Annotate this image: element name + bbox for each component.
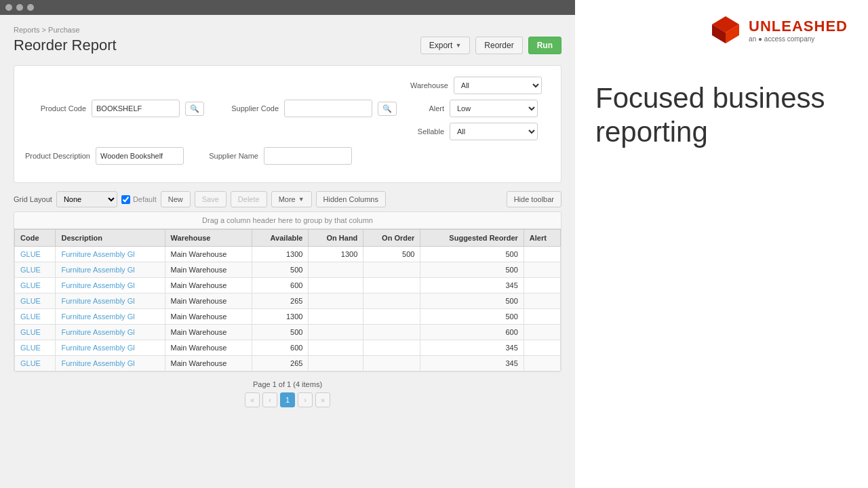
pagination-controls: « ‹ 1 › » <box>22 392 553 407</box>
column-header-description[interactable]: Description <box>56 230 165 247</box>
cell-description[interactable]: Furniture Assembly Gl <box>56 278 165 293</box>
cell-description[interactable]: Furniture Assembly Gl <box>56 293 165 309</box>
column-header-alert[interactable]: Alert <box>524 230 560 247</box>
cell-code[interactable]: GLUE <box>15 309 56 325</box>
product-desc-group: Product Description <box>25 147 184 165</box>
cell-available: 500 <box>252 325 309 340</box>
brand-text: UNLEASHED an ● access company <box>749 18 848 43</box>
marketing-text: Focused business reporting <box>595 81 825 150</box>
cell-code[interactable]: GLUE <box>15 356 56 371</box>
cell-available: 1300 <box>252 309 309 325</box>
table-row: GLUE Furniture Assembly Gl Main Warehous… <box>15 325 561 340</box>
delete-button[interactable]: Delete <box>231 191 267 207</box>
table-row: GLUE Furniture Assembly Gl Main Warehous… <box>15 293 561 309</box>
cell-on-order <box>363 340 420 356</box>
supplier-name-group: Supplier Name <box>197 147 352 165</box>
product-code-group: Product Code 🔍 <box>25 100 204 117</box>
supplier-code-search-button[interactable]: 🔍 <box>378 102 397 116</box>
table-header-row: Code Description Warehouse Available On … <box>15 230 561 247</box>
cell-on-hand <box>309 325 363 340</box>
export-button[interactable]: Export ▼ <box>420 37 471 54</box>
brand-name: UNLEASHED <box>749 18 848 35</box>
alert-select[interactable]: Low Medium High <box>450 100 538 117</box>
hidden-columns-button[interactable]: Hidden Columns <box>316 191 386 207</box>
supplier-code-input[interactable] <box>284 100 372 117</box>
table-row: GLUE Furniture Assembly Gl Main Warehous… <box>15 278 561 293</box>
column-header-warehouse[interactable]: Warehouse <box>165 230 252 247</box>
cell-description[interactable]: Furniture Assembly Gl <box>56 262 165 278</box>
cell-code[interactable]: GLUE <box>15 325 56 340</box>
right-panel: UNLEASHED an ● access company Focused bu… <box>575 0 868 488</box>
page-title: Reorder Report <box>14 37 117 54</box>
sellable-select[interactable]: All Yes No <box>450 123 538 140</box>
window-dot-3 <box>27 4 34 11</box>
page-prev-button[interactable]: ‹ <box>262 392 277 407</box>
new-button[interactable]: New <box>161 191 191 207</box>
cell-warehouse: Main Warehouse <box>165 356 252 371</box>
product-code-label: Product Code <box>25 104 86 113</box>
cell-suggested-reorder: 500 <box>420 262 524 278</box>
cell-available: 265 <box>252 293 309 309</box>
more-button[interactable]: More ▼ <box>271 191 312 207</box>
grid-layout-label: Grid Layout <box>14 195 52 203</box>
cell-suggested-reorder: 600 <box>420 325 524 340</box>
column-header-code[interactable]: Code <box>15 230 56 247</box>
cell-alert <box>524 325 560 340</box>
cell-warehouse: Main Warehouse <box>165 278 252 293</box>
cell-available: 600 <box>252 340 309 356</box>
cell-code[interactable]: GLUE <box>15 278 56 293</box>
supplier-name-label: Supplier Name <box>197 152 258 160</box>
cell-suggested-reorder: 500 <box>420 247 524 262</box>
page-next-button[interactable]: › <box>298 392 313 407</box>
page-1-button[interactable]: 1 <box>280 392 295 407</box>
column-header-on-order[interactable]: On Order <box>363 230 420 247</box>
cell-available: 265 <box>252 356 309 371</box>
cell-available: 500 <box>252 262 309 278</box>
product-code-search-button[interactable]: 🔍 <box>185 102 204 116</box>
cell-suggested-reorder: 345 <box>420 278 524 293</box>
brand-logo: UNLEASHED an ● access company <box>709 14 848 46</box>
supplier-code-group: Supplier Code 🔍 <box>218 100 397 117</box>
cell-code[interactable]: GLUE <box>15 262 56 278</box>
run-button[interactable]: Run <box>528 37 561 54</box>
supplier-code-label: Supplier Code <box>218 104 279 113</box>
cell-code[interactable]: GLUE <box>15 293 56 309</box>
reorder-button[interactable]: Reorder <box>475 37 522 54</box>
cell-description[interactable]: Furniture Assembly Gl <box>56 340 165 356</box>
supplier-name-input[interactable] <box>264 147 352 165</box>
product-desc-input[interactable] <box>96 147 184 165</box>
cell-warehouse: Main Warehouse <box>165 262 252 278</box>
cell-on-order <box>363 278 420 293</box>
brand-tagline: an ● access company <box>749 35 848 43</box>
cell-code[interactable]: GLUE <box>15 247 56 262</box>
cell-warehouse: Main Warehouse <box>165 325 252 340</box>
cell-description[interactable]: Furniture Assembly Gl <box>56 247 165 262</box>
cell-description[interactable]: Furniture Assembly Gl <box>56 356 165 371</box>
save-button[interactable]: Save <box>195 191 226 207</box>
cell-on-hand: 1300 <box>309 247 363 262</box>
warehouse-select[interactable]: All Main Warehouse <box>454 77 542 94</box>
window-dot-2 <box>16 4 23 11</box>
drag-hint: Drag a column header here to group by th… <box>14 212 561 229</box>
default-checkbox[interactable] <box>121 195 130 204</box>
cell-alert <box>524 247 560 262</box>
page-last-button[interactable]: » <box>315 392 330 407</box>
table-row: GLUE Furniture Assembly Gl Main Warehous… <box>15 340 561 356</box>
page-first-button[interactable]: « <box>245 392 260 407</box>
breadcrumb: Reports > Purchase <box>14 26 561 34</box>
hide-toolbar-button[interactable]: Hide toolbar <box>507 191 561 207</box>
column-header-on-hand[interactable]: On Hand <box>309 230 363 247</box>
grid-layout-select[interactable]: None <box>56 191 117 207</box>
pagination: Page 1 of 1 (4 items) « ‹ 1 › » <box>14 372 561 415</box>
unleashed-logo-icon <box>709 14 742 46</box>
cell-alert <box>524 340 560 356</box>
column-header-suggested-reorder[interactable]: Suggested Reorder <box>420 230 524 247</box>
column-header-available[interactable]: Available <box>252 230 309 247</box>
product-code-input[interactable] <box>92 100 180 117</box>
cell-description[interactable]: Furniture Assembly Gl <box>56 325 165 340</box>
cell-available: 600 <box>252 278 309 293</box>
cell-on-order <box>363 309 420 325</box>
cell-code[interactable]: GLUE <box>15 340 56 356</box>
cell-description[interactable]: Furniture Assembly Gl <box>56 309 165 325</box>
table-row: GLUE Furniture Assembly Gl Main Warehous… <box>15 356 561 371</box>
